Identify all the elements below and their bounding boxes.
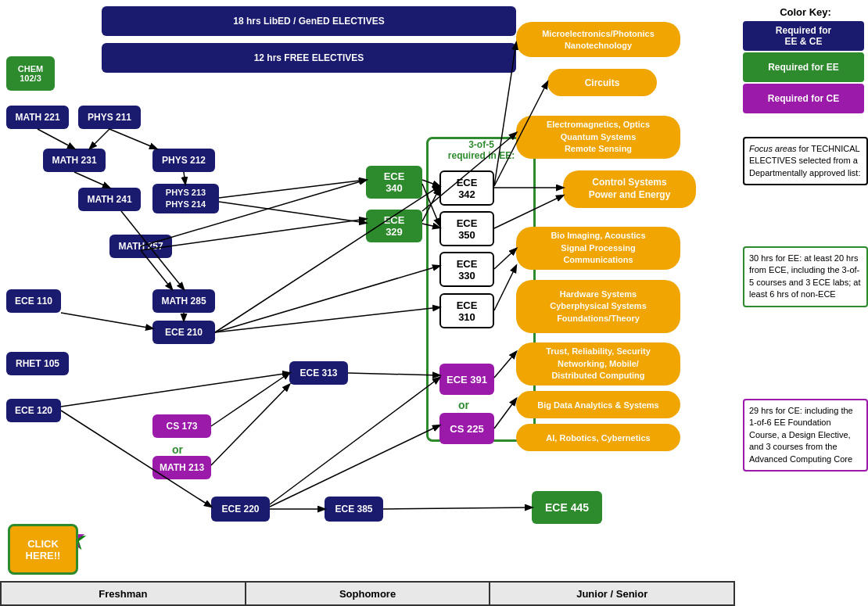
svg-line-17 [215, 266, 439, 332]
svg-line-18 [215, 307, 439, 332]
focus-areas-box: Focus areas for TECHNICAL ELECTIVES sele… [743, 137, 868, 185]
svg-line-3 [74, 172, 109, 188]
svg-line-4 [184, 172, 185, 184]
chem-node: CHEM102/3 [6, 56, 55, 91]
math231-node: MATH 231 [43, 149, 106, 172]
freshman-section: Freshman [2, 583, 246, 604]
math257-node: MATH 257 [109, 235, 172, 258]
math285-node: MATH 285 [152, 289, 215, 313]
orange-bigdata: Big Data Analytics & Systems [516, 391, 680, 418]
ece350-node: ECE350 [439, 211, 494, 246]
svg-line-2 [109, 129, 156, 149]
svg-line-1 [90, 129, 109, 149]
orange-em: Electromagnetics, OpticsQuantum SystemsR… [516, 116, 680, 159]
ece120-node: ECE 120 [6, 399, 61, 422]
svg-line-12 [215, 186, 439, 332]
ece313-node: ECE 313 [289, 361, 348, 385]
orange-micro: Microelectronics/PhotonicsNanotechnology [516, 22, 680, 57]
ece385-node: ECE 385 [325, 497, 383, 522]
orange-bio: Bio Imaging, AcousticsSignal ProcessingC… [516, 227, 680, 270]
ece330-node: ECE330 [439, 252, 494, 287]
svg-line-26 [270, 425, 439, 507]
or-label-1: or [172, 443, 183, 456]
ece445-node: ECE 445 [532, 491, 602, 524]
cs225-node: CS 225 [439, 413, 494, 444]
junior-senior-section: Junior / Senior [490, 583, 733, 604]
libED-banner: 18 hrs LibED / GenED ELECTIVES [102, 6, 516, 36]
svg-line-23 [211, 385, 289, 465]
color-key-title: Color Key: [743, 6, 868, 18]
bottom-bar: Freshman Sophomore Junior / Senior [0, 581, 735, 606]
key-ce: Required for CE [743, 84, 864, 113]
orange-control: Control SystemsPower and Energy [563, 170, 696, 208]
rhet105-node: RHET 105 [6, 352, 69, 375]
ece329-node: ECE329 [366, 210, 422, 242]
svg-line-25 [270, 378, 439, 504]
key-ee-ce: Required forEE & CE [743, 21, 864, 51]
phys212-node: PHYS 212 [152, 149, 215, 172]
cs173-node: CS 173 [152, 414, 211, 438]
sophomore-section: Sophomore [246, 583, 491, 604]
svg-line-9 [219, 180, 366, 198]
svg-line-10 [219, 202, 366, 223]
svg-line-21 [61, 373, 289, 407]
ce-hours-box: 29 hrs for CE: including the 1-of-6 EE F… [743, 399, 868, 472]
phys211-node: PHYS 211 [78, 106, 141, 129]
phys213-214-node: PHYS 213PHYS 214 [152, 184, 219, 213]
math221-node: MATH 221 [6, 106, 69, 129]
ee-hours-box: 30 hrs for EE: at least 20 hrs from ECE,… [743, 246, 868, 307]
ece340-node: ECE340 [366, 166, 422, 199]
svg-line-0 [38, 129, 74, 149]
key-ee: Required for EE [743, 52, 864, 82]
svg-line-7 [141, 219, 366, 250]
orange-hardware: Hardware SystemsCyberphysical SystemsFou… [516, 280, 680, 333]
freeElec-banner: 12 hrs FREE ELECTIVES [102, 43, 516, 73]
orange-circuits: Circuits [547, 69, 657, 96]
svg-line-22 [211, 373, 289, 426]
math241-node: MATH 241 [78, 188, 141, 211]
ece210-node: ECE 210 [152, 321, 215, 344]
ece220-node: ECE 220 [211, 497, 270, 522]
svg-line-28 [383, 507, 532, 509]
main-container: 18 hrs LibED / GenED ELECTIVES 12 hrs FR… [0, 0, 868, 606]
click-here-button[interactable]: CLICK HERE!! [8, 524, 78, 575]
math213-node: MATH 213 [152, 456, 211, 479]
ece342-node: ECE342 [439, 170, 494, 206]
ece110-node: ECE 110 [6, 289, 61, 313]
color-key: Color Key: Required forEE & CE Required … [743, 6, 868, 115]
or-label-2: or [458, 399, 469, 411]
orange-ai: AI, Robotics, Cybernetics [516, 424, 680, 451]
ece310-node: ECE310 [439, 293, 494, 328]
ece391-node: ECE 391 [439, 364, 494, 395]
orange-trust: Trust, Reliability, SecurityNetworking, … [516, 342, 680, 385]
svg-line-19 [61, 313, 152, 328]
